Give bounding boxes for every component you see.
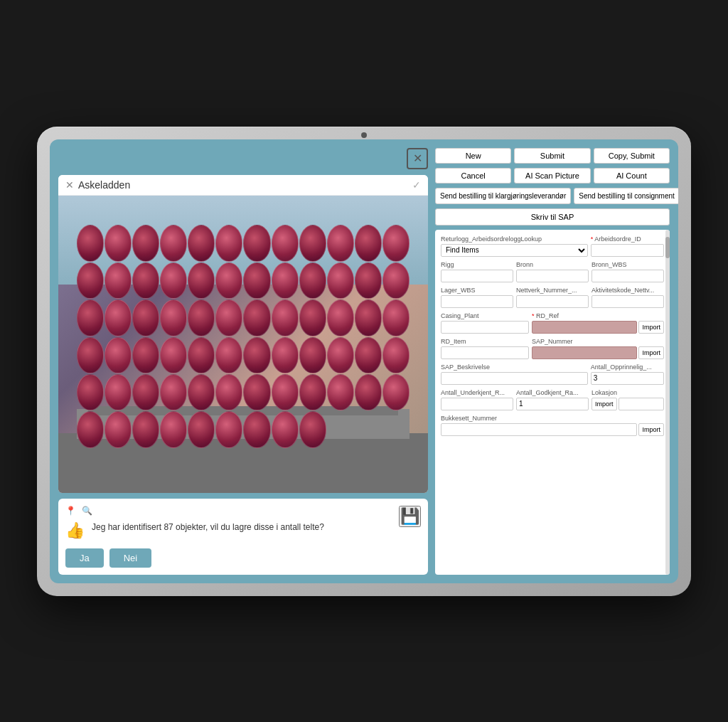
rd-ref-import-button[interactable]: Import [638, 321, 664, 334]
label-bronn: Bronn [516, 261, 589, 268]
form-group-lokasjon: Lokasjon Import [592, 389, 664, 410]
form-group-antall-godkjent: Antall_Godkjent_Ra... [516, 389, 589, 410]
ai-message-text: Jeg har identifisert 87 objekter, vil du… [92, 521, 324, 533]
ai-panel-header: 📍 🔍 💾 [65, 506, 421, 516]
pipes-visualization [77, 225, 410, 448]
save-icon[interactable]: 💾 [399, 506, 421, 527]
image-area: 📍 🔍 [58, 196, 428, 493]
form-row-returlogg: Returlogg_ArbeidsordreloggLookup Find It… [441, 235, 664, 257]
input-rd-ref[interactable] [532, 321, 637, 334]
label-antall-godkjent: Antall_Godkjent_Ra... [516, 389, 589, 396]
form-group-casing-plant: Casing_Plant [441, 312, 529, 334]
form-row-lager: Lager_WBS Nettverk_Nummer_... Aktivitets… [441, 287, 664, 308]
left-panel: ✕ ✕ Askeladden ✓ [58, 148, 428, 575]
input-antall-opprinnelig[interactable] [591, 372, 664, 385]
scrollbar-thumb[interactable] [665, 237, 670, 258]
label-aktivitetskode: Aktivitetskode_Nettv... [592, 287, 664, 294]
camera [361, 132, 367, 138]
nei-button[interactable]: Nei [109, 548, 152, 568]
ai-panel-zoom-icon[interactable]: 🔍 [82, 506, 92, 516]
input-bronn[interactable] [516, 270, 589, 282]
ai-action-buttons: Ja Nei [65, 548, 421, 568]
tablet: ✕ ✕ Askeladden ✓ [37, 127, 691, 596]
form-group-bukkesett: Bukkesett_Nummer Import [441, 415, 664, 436]
form-row-bukkesett: Bukkesett_Nummer Import [441, 415, 664, 436]
label-sap-beskrivelse: SAP_Beskrivelse [441, 363, 588, 371]
label-returlogg: Returlogg_ArbeidsordreloggLookup [441, 235, 588, 243]
label-casing-plant: Casing_Plant [441, 312, 529, 319]
label-sap-nummer: SAP_Nummer [532, 338, 664, 345]
label-lokasjon: Lokasjon [592, 389, 664, 396]
input-rigg[interactable] [441, 270, 513, 282]
ai-message-area: 👍 Jeg har identifisert 87 objekter, vil … [65, 521, 421, 540]
form-group-lager-wbs: Lager_WBS [441, 287, 513, 308]
right-panel: New Submit Copy, Submit Cancel AI Scan P… [435, 148, 670, 575]
header-check-icon: ✓ [412, 179, 421, 191]
ai-panel-pin-icon[interactable]: 📍 [65, 506, 76, 516]
form-group-aktivitetskode: Aktivitetskode_Nettv... [592, 287, 664, 308]
toolbar-row-2: Cancel AI Scan Picture AI Count [435, 168, 670, 184]
lokasjon-import-button[interactable]: Import [592, 398, 617, 410]
form-group-arbeidsordre: Arbeidsordre_ID [591, 235, 664, 257]
form-row-casing: Casing_Plant RD_Ref Import [441, 312, 664, 334]
label-nettverk: Nettverk_Nummer_... [516, 287, 589, 294]
form-group-sap-nummer: SAP_Nummer Import [532, 338, 664, 359]
input-lager-wbs[interactable] [441, 295, 513, 308]
scrollbar[interactable] [665, 230, 670, 575]
close-button[interactable]: ✕ [407, 148, 428, 169]
label-rd-item: RD_Item [441, 338, 529, 345]
label-arbeidsordre: Arbeidsordre_ID [591, 235, 664, 243]
input-arbeidsordre[interactable] [591, 244, 664, 257]
input-rd-item[interactable] [441, 346, 529, 359]
form-group-antall-underkjent: Antall_Underkjent_R... [441, 389, 513, 410]
form-group-rigg: Rigg [441, 261, 513, 282]
ja-button[interactable]: Ja [65, 548, 104, 568]
skriv-til-sap-button[interactable]: Skriv til SAP [435, 208, 670, 225]
image-card-title: Askeladden [78, 179, 130, 191]
ai-count-button[interactable]: AI Count [594, 168, 670, 184]
form-group-antall-opprinnelig: Antall_Opprinnelig_... [591, 363, 664, 385]
thumbs-up-icon: 👍 [65, 521, 85, 540]
form-row-antall-under: Antall_Underkjent_R... Antall_Godkjent_R… [441, 389, 664, 410]
copy-submit-button[interactable]: Copy, Submit [594, 148, 670, 164]
input-antall-godkjent[interactable] [516, 398, 589, 410]
label-bronn-wbs: Bronn_WBS [592, 261, 664, 268]
toolbar-row-3: Send bestilling til klargjøringsleverand… [435, 188, 670, 204]
form-group-bronn-wbs: Bronn_WBS [592, 261, 664, 282]
bukkesett-import-button[interactable]: Import [638, 423, 664, 436]
input-nettverk[interactable] [516, 295, 589, 308]
input-casing-plant[interactable] [441, 321, 529, 334]
input-lokasjon[interactable] [619, 398, 664, 410]
form-group-nettverk: Nettverk_Nummer_... [516, 287, 589, 308]
image-card-header: ✕ Askeladden ✓ [58, 175, 428, 196]
input-aktivitetskode[interactable] [592, 295, 664, 308]
input-antall-underkjent[interactable] [441, 398, 513, 410]
label-rigg: Rigg [441, 261, 513, 268]
new-button[interactable]: New [435, 148, 511, 164]
submit-button[interactable]: Submit [514, 148, 590, 164]
send-bestilling-klargjoring-button[interactable]: Send bestilling til klargjøringsleverand… [435, 188, 571, 204]
label-rd-ref: RD_Ref [532, 312, 664, 319]
input-sap-beskrivelse[interactable] [441, 372, 588, 385]
form-group-returlogg: Returlogg_ArbeidsordreloggLookup Find It… [441, 235, 588, 257]
input-sap-nummer[interactable] [532, 346, 637, 359]
form-area: Returlogg_ArbeidsordreloggLookup Find It… [435, 230, 670, 575]
image-card: ✕ Askeladden ✓ [58, 175, 428, 493]
input-returlogg[interactable]: Find Items [441, 244, 588, 257]
send-bestilling-consignment-button[interactable]: Send bestilling til consignment [574, 188, 678, 204]
sap-nummer-import-button[interactable]: Import [638, 346, 664, 359]
cancel-button[interactable]: Cancel [435, 168, 511, 184]
label-lager-wbs: Lager_WBS [441, 287, 513, 294]
form-group-rd-item: RD_Item [441, 338, 529, 359]
label-antall-opprinnelig: Antall_Opprinnelig_... [591, 363, 664, 371]
screen: ✕ ✕ Askeladden ✓ [50, 139, 678, 583]
label-bukkesett: Bukkesett_Nummer [441, 415, 664, 422]
ai-panel: 📍 🔍 💾 👍 Jeg har identifisert 87 objekter… [58, 499, 428, 575]
input-bronn-wbs[interactable] [592, 270, 664, 282]
form-group-sap-beskrivelse: SAP_Beskrivelse [441, 363, 588, 385]
header-x-icon: ✕ [65, 179, 74, 191]
form-row-rd-item: RD_Item SAP_Nummer Import [441, 338, 664, 359]
ai-scan-picture-button[interactable]: AI Scan Picture [514, 168, 590, 184]
input-bukkesett[interactable] [441, 423, 637, 436]
pipe-image [58, 196, 428, 493]
